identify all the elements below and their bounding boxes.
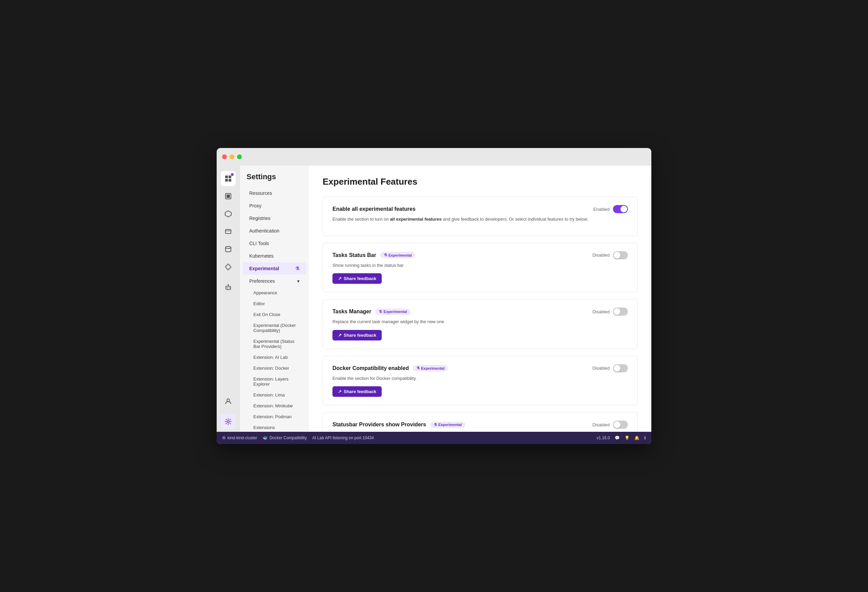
lightbulb-icon[interactable]: 💡: [624, 436, 630, 440]
external-link-icon-2: ↗: [338, 333, 342, 338]
traffic-lights: [222, 155, 242, 159]
nav-item-registries[interactable]: Registries: [242, 212, 306, 224]
svg-rect-0: [225, 175, 228, 178]
nav-icon-account[interactable]: [221, 394, 236, 409]
info-icon[interactable]: ℹ: [644, 436, 646, 440]
feature-title-enable-all: Enable all experimental features: [332, 206, 416, 212]
feature-status-docker-compat: Disabled: [592, 364, 628, 373]
experimental-icon: ⚗: [295, 266, 300, 271]
nav-icon-dashboard[interactable]: [221, 171, 236, 186]
status-docker-compat[interactable]: 🐳 Docker Compatibility: [263, 436, 307, 440]
flask-icon-2: ⚗: [379, 309, 382, 314]
nav-sub-item-exit-on-close[interactable]: Exit On Close: [242, 309, 306, 320]
feature-status-tasks-manager: Disabled: [592, 308, 628, 316]
toggle-tasks-manager[interactable]: [613, 308, 628, 316]
feature-header-docker-compat: Docker Compatibility enabled ⚗ Experimen…: [332, 364, 628, 373]
nav-sub-item-experimental-docker[interactable]: Experimental (Docker Compatibility): [242, 320, 306, 336]
svg-point-14: [227, 421, 229, 423]
share-feedback-button-tasks-manager[interactable]: ↗ Share feedback: [332, 330, 382, 340]
nav-sub-item-extension-podman[interactable]: Extension: Podman: [242, 411, 306, 422]
nav-sub-item-extension-layers[interactable]: Extension: Layers Explorer: [242, 374, 306, 389]
feature-card-tasks-manager: Tasks Manager ⚗ Experimental Disabled Re…: [323, 299, 638, 349]
nav-item-authentication[interactable]: Authentication: [242, 225, 306, 237]
nav-sub-item-extensions[interactable]: Extensions: [242, 422, 306, 432]
feature-card-enable-all: Enable all experimental features Enabled…: [323, 197, 638, 236]
nav-item-resources[interactable]: Resources: [242, 187, 306, 199]
nav-icon-extensions[interactable]: [221, 259, 236, 274]
toggle-tasks-status-bar[interactable]: [613, 251, 628, 259]
nav-icon-images[interactable]: [221, 224, 236, 239]
toggle-enable-all[interactable]: [613, 205, 628, 213]
feature-header-enable-all: Enable all experimental features Enabled: [332, 205, 628, 213]
svg-marker-6: [225, 211, 231, 217]
feature-desc-tasks-status-bar: Show running tasks in the status bar: [332, 262, 628, 269]
toggle-statusbar-providers[interactable]: [613, 421, 628, 429]
nav-sub-item-extension-lima[interactable]: Extension: Lima: [242, 390, 306, 400]
nav-sub-item-editor[interactable]: Editor: [242, 298, 306, 309]
docker-icon: 🐳: [263, 436, 267, 440]
svg-rect-1: [229, 175, 231, 178]
svg-rect-5: [226, 194, 230, 198]
feature-title-tasks-status-bar: Tasks Status Bar: [332, 252, 376, 258]
feature-status-statusbar-providers: Disabled: [592, 421, 628, 429]
toggle-knob-tasks-manager: [614, 308, 620, 315]
maximize-button[interactable]: [237, 155, 242, 159]
sidebar-title: Settings: [240, 166, 309, 187]
chat-icon[interactable]: 💬: [615, 436, 620, 440]
nav-icon-bot[interactable]: [221, 280, 236, 295]
feature-desc-enable-all: Enable the section to turn on all experi…: [332, 216, 628, 223]
main-content: Experimental Features Enable all experim…: [309, 166, 651, 432]
nav-item-kubernetes[interactable]: Kubernetes: [242, 250, 306, 262]
status-ai-lab: AI Lab API listening on port 10434: [312, 436, 373, 440]
svg-point-13: [227, 399, 230, 402]
share-feedback-button-tasks-status-bar[interactable]: ↗ Share feedback: [332, 273, 382, 284]
badge-experimental-statusbar-providers: ⚗ Experimental: [430, 421, 465, 428]
bell-icon[interactable]: 🔔: [634, 436, 639, 440]
feature-status-tasks-status-bar: Disabled: [592, 251, 628, 259]
toggle-knob-enable-all: [620, 206, 627, 212]
nav-sub-item-extension-ai-lab[interactable]: Extension: AI Lab: [242, 352, 306, 362]
nav-sub-item-extension-docker[interactable]: Extension: Docker: [242, 363, 306, 373]
toggle-knob-tasks-status-bar: [614, 252, 620, 259]
flask-icon-1: ⚗: [384, 253, 387, 257]
nav-icon-settings[interactable]: [221, 414, 236, 429]
minimize-button[interactable]: [230, 155, 234, 159]
feature-title-docker-compat: Docker Compatibility enabled: [332, 365, 409, 371]
svg-rect-9: [226, 286, 230, 290]
share-feedback-button-docker-compat[interactable]: ↗ Share feedback: [332, 386, 382, 397]
nav-item-experimental[interactable]: Experimental ⚗: [242, 262, 306, 275]
nav-item-preferences[interactable]: Preferences ▾: [242, 275, 306, 287]
svg-rect-2: [225, 179, 228, 182]
version-label: v1.16.0: [597, 436, 610, 440]
feature-status-label-tasks-status-bar: Disabled: [592, 253, 610, 258]
nav-sub-item-appearance[interactable]: Appearance: [242, 287, 306, 298]
feature-header-tasks-status-bar: Tasks Status Bar ⚗ Experimental Disabled: [332, 251, 628, 259]
svg-point-8: [226, 246, 231, 249]
nav-item-cli-tools[interactable]: CLI Tools: [242, 237, 306, 249]
feature-desc-tasks-manager: Replace the current task manager widget …: [332, 318, 628, 325]
feature-desc-docker-compat: Enable the section for Docker compatibil…: [332, 375, 628, 382]
page-title: Experimental Features: [323, 177, 638, 187]
nav-icon-pods[interactable]: [221, 206, 236, 221]
svg-point-11: [229, 287, 230, 289]
nav-icon-containers[interactable]: [221, 189, 236, 204]
title-bar: [217, 148, 651, 166]
toggle-docker-compat[interactable]: [613, 364, 628, 373]
badge-experimental-docker-compat: ⚗ Experimental: [413, 365, 448, 371]
chevron-down-icon: ▾: [297, 278, 300, 284]
status-bar: ⚙ kind-kind-cluster 🐳 Docker Compatibili…: [217, 432, 651, 444]
nav-item-proxy[interactable]: Proxy: [242, 200, 306, 212]
external-link-icon-3: ↗: [338, 389, 342, 394]
nav-icon-volumes[interactable]: [221, 242, 236, 257]
badge-experimental-tasks-status-bar: ⚗ Experimental: [380, 252, 415, 258]
feature-status-enable-all: Enabled: [593, 205, 628, 213]
sidebar-nav: Settings Resources Proxy Registries Auth…: [240, 166, 309, 432]
status-cluster[interactable]: ⚙ kind-kind-cluster: [222, 436, 257, 440]
feature-status-label-tasks-manager: Disabled: [592, 309, 610, 314]
svg-rect-3: [229, 179, 231, 182]
nav-sub-item-extension-minikube[interactable]: Extension: Minikube: [242, 401, 306, 411]
close-button[interactable]: [222, 155, 227, 159]
svg-point-12: [227, 284, 229, 285]
nav-sub-item-experimental-status[interactable]: Experimental (Status Bar Providers): [242, 336, 306, 352]
nav-dot: [231, 173, 234, 176]
